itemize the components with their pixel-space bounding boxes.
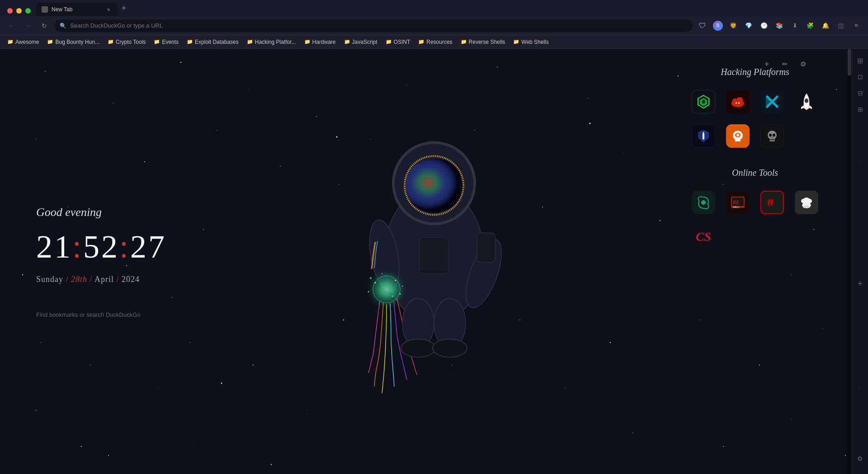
new-tab-button[interactable]: + [118,2,130,14]
url-input[interactable] [70,22,687,29]
bookmark-label: Web Shells [521,39,548,45]
rocketship-link[interactable] [793,88,820,115]
svg-point-96 [736,103,737,103]
bookmark-hackingplatforms[interactable]: 📁 Hacking Platfor... [243,38,300,46]
crackstation-link[interactable]: CS [690,223,717,250]
bookmark-label: Exploit Databases [195,39,239,45]
svg-point-87 [433,339,467,357]
bookmark-hardware[interactable]: 📁 Hardware [301,38,340,46]
cyberchef-link[interactable] [759,189,786,216]
sidebar-toggle-button[interactable]: ◫ [835,19,847,32]
chatgpt-link[interactable] [690,189,717,216]
settings-section-button[interactable]: ⚙ [797,58,809,70]
folder-icon: 📁 [513,39,519,45]
svg-point-7 [406,84,407,85]
maximize-window-button[interactable] [25,8,31,14]
back-button[interactable]: ← [5,19,18,32]
scrollbar-track[interactable] [847,49,852,474]
edit-section-button[interactable]: ✏ [778,58,791,70]
tab-close-button[interactable]: ✕ [105,6,112,13]
svg-point-79 [402,286,403,286]
hackerskull-link[interactable] [759,122,786,150]
sidebar-panel-4[interactable]: ⊞ [854,103,867,116]
bookmark-osint[interactable]: 📁 OSINT [382,38,414,46]
svg-point-28 [280,166,281,167]
left-panel: Good evening 21:52:27 Sunday / 28th / Ap… [36,205,166,318]
bookmark-label: Crypto Tools [116,39,146,45]
svg-point-3 [248,89,249,89]
minimize-window-button[interactable] [16,8,22,14]
bookmark-exploitdb[interactable]: 📁 Exploit Databases [183,38,242,46]
svg-point-129 [807,206,808,207]
folder-icon: 📁 [47,39,53,45]
sidebar-panel-1[interactable]: ⊞ [854,54,867,67]
svg-point-62 [590,123,591,124]
add-section-button[interactable]: + [760,58,773,70]
bookmark-webshells[interactable]: 📁 Web Shells [509,38,552,46]
refresh-button[interactable]: ↻ [38,19,51,32]
right-panel: + ✏ ⚙ Hacking Platforms [678,67,832,259]
svg-point-34 [660,220,660,221]
forward-button[interactable]: → [22,19,34,32]
svg-text:RE: RE [733,200,739,206]
bookmark-javascript[interactable]: 📁 JavaScript [340,38,381,46]
pentest-ws-link[interactable] [690,122,717,150]
chef-link[interactable] [793,189,820,216]
svg-point-53 [791,419,791,419]
folder-icon: 📁 [154,39,160,45]
profile-button[interactable]: B [712,19,724,32]
bookmark-crypto[interactable]: 📁 Crypto Tools [104,38,149,46]
sidebar-panel-2[interactable]: ⊡ [854,70,867,83]
hackthebox-link[interactable] [690,88,717,115]
bookmark-label: Hacking Platfor... [255,39,296,45]
clock-minutes: 52 [83,228,119,264]
svg-point-125 [801,199,806,203]
bookmark-reverseshells[interactable]: 📁 Reverse Shells [457,38,509,46]
downloads-button[interactable]: ⬇ [788,19,801,32]
bookmark-label: Events [162,39,179,45]
date-year: 2024 [122,274,140,283]
svg-point-107 [769,134,772,137]
svg-point-67 [405,158,463,212]
svg-point-25 [158,387,158,388]
svg-rect-82 [477,233,495,262]
address-bar[interactable]: 🔍 [54,19,693,32]
bookmarks-manager-button[interactable]: 📚 [773,19,786,32]
svg-point-18 [171,297,172,298]
bookmark-awesome[interactable]: 📁 Awesome [4,38,42,46]
svg-point-44 [759,365,760,366]
bookmark-bugbounty[interactable]: 📁 Bug Bounty Hun... [43,38,103,46]
wallet-button[interactable]: 💎 [742,19,755,32]
rewards-button[interactable]: 🦁 [727,19,740,32]
menu-button[interactable]: ≡ [850,19,863,32]
scrollbar-thumb[interactable] [848,49,851,76]
svg-point-40 [253,365,254,366]
date-display: Sunday / 28th / April / 2024 [36,274,166,284]
svg-point-2 [180,62,181,63]
sidebar-panel-add[interactable]: + [854,278,867,291]
burpsuite-link[interactable] [724,122,751,150]
bookmark-resources[interactable]: 📁 Resources [415,38,456,46]
redshell-link[interactable]: RE SHELL [724,189,751,216]
sidebar-panel-3[interactable]: ⊟ [854,87,867,99]
svg-text:SHELL: SHELL [733,206,740,208]
folder-icon: 📁 [418,39,425,45]
tryhackme-link[interactable] [724,88,751,115]
close-window-button[interactable] [7,8,13,14]
svg-point-1 [113,103,113,103]
svg-line-118 [769,199,769,206]
pentesterlab-link[interactable] [759,88,786,115]
svg-point-8 [497,66,498,67]
extensions-button[interactable]: 🧩 [804,19,816,32]
bookmark-label: OSINT [394,39,410,45]
active-tab[interactable]: New Tab ✕ [36,3,118,16]
bookmark-events[interactable]: 📁 Events [150,38,182,46]
sidebar-settings[interactable]: ⚙ [854,452,867,465]
history-button[interactable]: 🕐 [758,19,770,32]
brave-shield-button[interactable]: 🛡 [696,19,709,32]
folder-icon: 📁 [108,39,114,45]
notifications-button[interactable]: 🔔 [819,19,832,32]
bookmark-label: Resources [426,39,452,45]
tab-title: New Tab [52,6,101,13]
bookmarks-bar: 📁 Awesome 📁 Bug Bounty Hun... 📁 Crypto T… [0,35,868,49]
